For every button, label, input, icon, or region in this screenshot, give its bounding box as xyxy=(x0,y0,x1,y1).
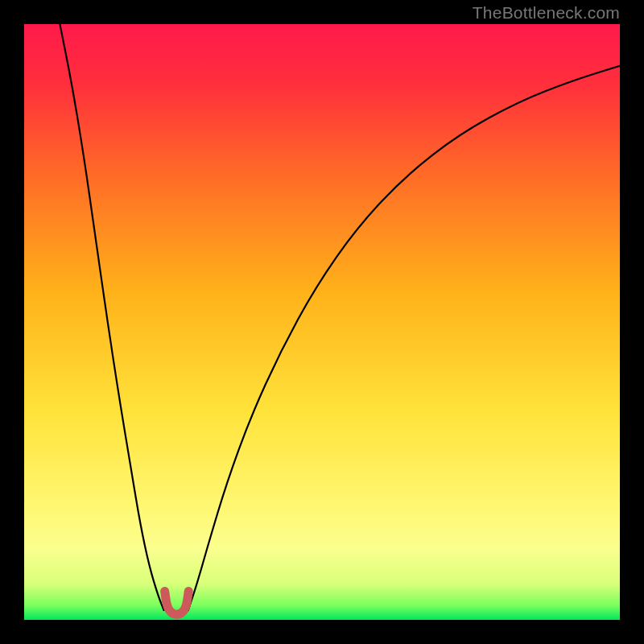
chart-svg xyxy=(24,24,620,620)
watermark-text: TheBottleneck.com xyxy=(473,3,620,23)
plot-area xyxy=(24,24,620,620)
outer-frame: TheBottleneck.com xyxy=(0,0,644,644)
gradient-background xyxy=(24,24,620,620)
